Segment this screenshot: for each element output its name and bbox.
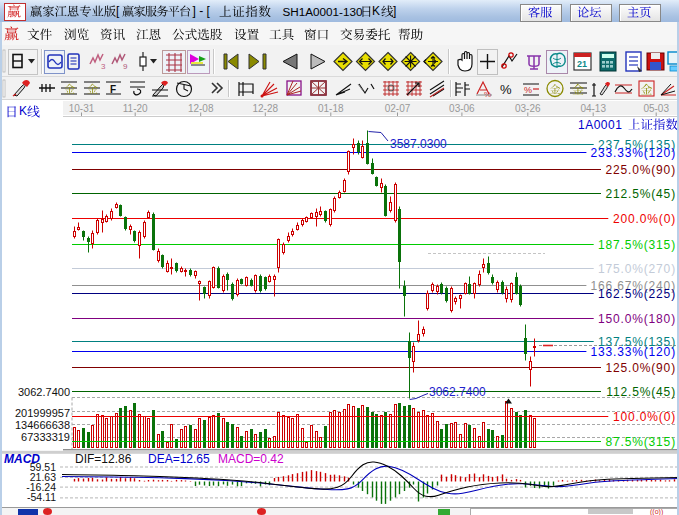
svg-text:MACD=0.42: MACD=0.42 xyxy=(218,452,284,466)
svg-text:212.5%(45): 212.5%(45) xyxy=(605,187,676,201)
svg-text:134666638: 134666638 xyxy=(15,419,70,431)
svg-text:04-13: 04-13 xyxy=(580,103,606,114)
svg-text:133.33%(120): 133.33%(120) xyxy=(590,345,676,359)
svg-text:187.5%(315): 187.5%(315) xyxy=(598,238,676,252)
svg-text:233.33%(120): 233.33%(120) xyxy=(590,146,676,160)
svg-text:125.0%(90): 125.0%(90) xyxy=(605,361,676,375)
svg-text:03-26: 03-26 xyxy=(515,103,541,114)
svg-text:12-28: 12-28 xyxy=(253,103,279,114)
svg-text:02-07: 02-07 xyxy=(385,103,411,114)
svg-text:200.0%(0): 200.0%(0) xyxy=(613,212,676,226)
svg-text:10-31: 10-31 xyxy=(69,103,95,114)
svg-text:3062.7400: 3062.7400 xyxy=(18,386,70,398)
svg-text:87.5%(315): 87.5%(315) xyxy=(605,435,676,449)
svg-text:201999957: 201999957 xyxy=(15,407,70,419)
svg-text:12-08: 12-08 xyxy=(188,103,214,114)
svg-text:05-03: 05-03 xyxy=(643,103,669,114)
svg-text:3062.7400: 3062.7400 xyxy=(429,385,486,399)
svg-text:DEA=12.65: DEA=12.65 xyxy=(148,452,210,466)
svg-text:175.0%(270): 175.0%(270) xyxy=(598,262,676,276)
svg-text:DIF=12.86: DIF=12.86 xyxy=(75,452,132,466)
svg-text:150.0%(180): 150.0%(180) xyxy=(598,312,676,326)
svg-text:-54.11: -54.11 xyxy=(27,491,56,503)
svg-text:11-20: 11-20 xyxy=(123,103,148,114)
svg-text:03-06: 03-06 xyxy=(449,103,475,114)
svg-text:225.0%(90): 225.0%(90) xyxy=(605,163,676,177)
svg-text:67333319: 67333319 xyxy=(21,431,70,443)
svg-text:01-18: 01-18 xyxy=(318,103,344,114)
svg-text:112.5%(45): 112.5%(45) xyxy=(606,385,676,399)
svg-text:3587.0300: 3587.0300 xyxy=(390,137,447,151)
svg-text:100.0%(0): 100.0%(0) xyxy=(613,410,676,424)
svg-text:162.5%(225): 162.5%(225) xyxy=(598,287,676,301)
